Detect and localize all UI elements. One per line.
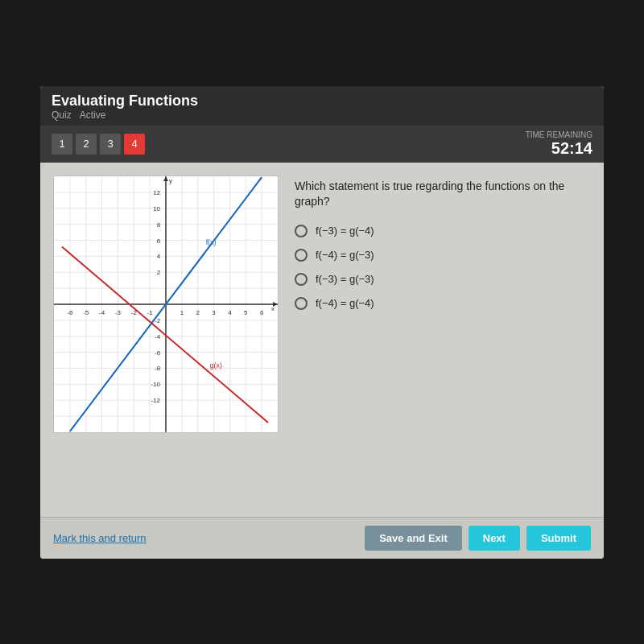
nav-bar: 1 2 3 4 TIME REMAINING 52:14: [40, 126, 604, 163]
svg-marker-31: [163, 176, 168, 181]
option-row-2[interactable]: f(−3) = g(−3): [295, 273, 588, 286]
svg-text:8: 8: [157, 221, 161, 228]
option-text-2: f(−3) = g(−3): [316, 273, 374, 285]
radio-1[interactable]: [295, 249, 308, 262]
svg-text:x: x: [271, 304, 275, 312]
svg-text:-8: -8: [155, 365, 161, 372]
svg-text:1: 1: [180, 308, 184, 316]
footer-buttons: Save and Exit Next Submit: [365, 526, 591, 551]
option-row-1[interactable]: f(−4) = g(−3): [295, 249, 588, 262]
svg-text:6: 6: [260, 308, 264, 316]
nav-num-3[interactable]: 3: [100, 134, 121, 155]
submit-button[interactable]: Submit: [526, 526, 591, 551]
nav-num-1[interactable]: 1: [52, 134, 72, 155]
page-title: Evaluating Functions: [52, 93, 592, 109]
svg-text:-10: -10: [151, 381, 161, 388]
quiz-label: Quiz: [52, 109, 72, 121]
question-text: Which statement is true regarding the fu…: [295, 179, 588, 210]
g-x-line: [62, 246, 268, 422]
fx-label: f(x): [206, 237, 217, 246]
header-subtitle: Quiz Active: [52, 109, 592, 121]
save-exit-button[interactable]: Save and Exit: [365, 526, 462, 551]
svg-text:y: y: [169, 177, 172, 184]
content-area: -6 -5 -4 -3 -2 -1 1 2 3 4 5 6 x 12 10 8 …: [40, 163, 604, 517]
option-text-3: f(−4) = g(−4): [316, 297, 374, 309]
mark-return-link[interactable]: Mark this and return: [53, 532, 147, 544]
radio-3[interactable]: [295, 297, 308, 310]
question-area: Which statement is true regarding the fu…: [291, 175, 591, 504]
svg-text:6: 6: [157, 237, 161, 244]
option-row-3[interactable]: f(−4) = g(−4): [295, 297, 588, 310]
svg-text:-4: -4: [155, 332, 161, 340]
timer-value: 52:14: [526, 139, 592, 158]
nav-numbers: 1 2 3 4: [52, 134, 145, 155]
svg-text:-4: -4: [99, 308, 105, 316]
svg-text:5: 5: [244, 308, 248, 316]
svg-text:12: 12: [153, 188, 160, 196]
radio-2[interactable]: [295, 273, 308, 286]
svg-text:4: 4: [157, 253, 161, 260]
nav-num-4[interactable]: 4: [124, 134, 145, 155]
radio-0[interactable]: [295, 225, 308, 237]
header: Evaluating Functions Quiz Active: [40, 86, 604, 126]
svg-text:2: 2: [196, 308, 200, 316]
option-text-0: f(−3) = g(−4): [316, 225, 374, 237]
svg-text:-1: -1: [147, 308, 154, 316]
screen: Evaluating Functions Quiz Active 1 2 3 4…: [40, 86, 604, 559]
option-row-0[interactable]: f(−3) = g(−4): [295, 225, 588, 237]
svg-text:-3: -3: [115, 308, 122, 316]
footer: Mark this and return Save and Exit Next …: [40, 517, 604, 559]
next-button[interactable]: Next: [469, 526, 520, 551]
gx-label: g(x): [210, 361, 222, 369]
graph-svg: -6 -5 -4 -3 -2 -1 1 2 3 4 5 6 x 12 10 8 …: [54, 176, 278, 432]
timer-label: TIME REMAINING: [526, 130, 592, 139]
timer-area: TIME REMAINING 52:14: [526, 130, 592, 158]
graph-container: -6 -5 -4 -3 -2 -1 1 2 3 4 5 6 x 12 10 8 …: [53, 175, 279, 433]
option-text-1: f(−4) = g(−3): [316, 249, 374, 261]
svg-text:-6: -6: [155, 349, 161, 356]
svg-text:-12: -12: [151, 397, 161, 404]
svg-text:-5: -5: [83, 308, 89, 316]
svg-text:3: 3: [212, 308, 216, 316]
svg-text:4: 4: [228, 308, 232, 316]
svg-text:10: 10: [153, 204, 160, 212]
svg-text:-6: -6: [67, 308, 73, 316]
nav-num-2[interactable]: 2: [76, 134, 97, 155]
status-badge: Active: [80, 109, 106, 121]
svg-text:2: 2: [157, 269, 161, 276]
